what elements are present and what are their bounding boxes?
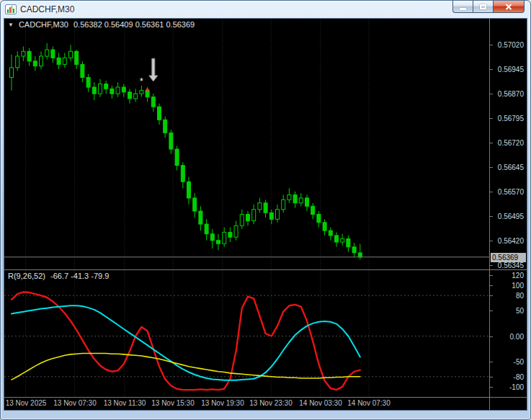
- price-tick-label: 0.56495: [498, 213, 524, 220]
- indicator-tick-label: 80: [516, 292, 524, 300]
- indicator-tickmark: [490, 275, 493, 276]
- axis-corner: [489, 398, 527, 410]
- indicator-name: R(9,26,52): [8, 272, 45, 280]
- maximize-button[interactable]: [473, 1, 493, 13]
- down-arrow-marker: [149, 58, 158, 81]
- current-price-badge: 0.56369: [491, 253, 526, 262]
- price-tick-label: 0.56945: [498, 66, 524, 73]
- indicator-tick-label: 120: [512, 272, 524, 280]
- time-axis-label: 13 Nov 15:30: [151, 399, 195, 407]
- window-controls: [452, 1, 525, 13]
- price-tick-label: 0.56720: [498, 139, 524, 147]
- time-axis-label: 13 Nov 19:30: [201, 399, 244, 407]
- price-chart-pane[interactable]: * ▼ CADCHF,M30 0.56382 0.56409 0.56361 0…: [4, 19, 527, 269]
- price-axis[interactable]: 0.570200.569450.568700.567950.567200.566…: [489, 19, 527, 269]
- chart-app-icon: [5, 4, 17, 14]
- window-title: CADCHF,M30: [20, 4, 74, 14]
- price-tickmark: [490, 45, 493, 45]
- cyan-line: [12, 305, 360, 380]
- indicator-tickmark: [490, 377, 493, 377]
- indicator-tickmark: [490, 310, 493, 311]
- indicator-chart: [4, 270, 489, 397]
- price-tick-label: 0.56645: [498, 164, 524, 171]
- indicator-tick-label: 0.00: [510, 333, 524, 341]
- price-tickmark: [490, 69, 493, 70]
- price-tickmark: [490, 216, 493, 217]
- trade-dot-marker: [146, 89, 149, 91]
- mt4-chart-window: CADCHF,M30 * ▼ CADCHF,M30 0.56382 0.5640…: [0, 0, 531, 420]
- close-button[interactable]: [493, 1, 525, 13]
- price-tick-label: 0.56870: [498, 90, 524, 98]
- indicator-tickmark: [490, 387, 493, 388]
- price-tick-label: 0.56345: [498, 262, 524, 269]
- time-axis-label: 13 Nov 07:30: [53, 399, 97, 407]
- indicator-plot[interactable]: R(9,26,52) -66.7 -41.3 -79.9: [4, 270, 489, 397]
- time-axis-label: 13 Nov 11:30: [104, 399, 146, 407]
- indicator-tick-label: -80: [514, 373, 524, 381]
- indicator-label: R(9,26,52) -66.7 -41.3 -79.9: [8, 272, 109, 280]
- price-tickmark: [490, 265, 493, 266]
- title-bar[interactable]: CADCHF,M30: [4, 1, 527, 18]
- indicator-tick-label: 50: [516, 307, 524, 315]
- time-axis-label: 13 Nov 2025: [6, 399, 47, 407]
- price-tickmark: [490, 241, 493, 241]
- chart-ohlc-label: ▼ CADCHF,M30 0.56382 0.56409 0.56361 0.5…: [8, 20, 195, 29]
- time-axis-label: 14 Nov 07:30: [347, 399, 391, 407]
- time-axis-label: 14 Nov 03:30: [299, 399, 342, 407]
- minimize-icon: [460, 8, 466, 10]
- time-labels: 13 Nov 202513 Nov 07:3013 Nov 11:3013 No…: [4, 398, 489, 410]
- price-tickmark: [490, 118, 493, 119]
- price-plot[interactable]: * ▼ CADCHF,M30 0.56382 0.56409 0.56361 0…: [4, 19, 489, 269]
- star-marker: *: [140, 76, 143, 86]
- indicator-tickmark: [490, 295, 493, 296]
- indicator-tick-label: -50: [514, 358, 524, 366]
- candlestick-chart: *: [4, 19, 489, 269]
- chevron-down-icon[interactable]: ▼: [8, 22, 14, 28]
- indicator-tickmark: [490, 362, 493, 362]
- time-axis[interactable]: 13 Nov 202513 Nov 07:3013 Nov 11:3013 No…: [4, 398, 527, 410]
- symbol-period-label: CADCHF,M30: [19, 20, 68, 29]
- price-tickmark: [490, 192, 493, 192]
- price-tick-label: 0.56420: [498, 237, 524, 245]
- price-tick-label: 0.57020: [498, 41, 524, 49]
- indicator-tick-label: -100: [509, 383, 524, 391]
- yellow-line: [12, 354, 360, 380]
- time-axis-label: 13 Nov 23:30: [249, 399, 293, 407]
- indicator-tick-label: 100: [512, 282, 524, 290]
- close-icon: [505, 4, 512, 10]
- price-tickmark: [490, 143, 493, 143]
- price-tickmark: [490, 94, 493, 94]
- indicator-tickmark: [490, 336, 493, 337]
- indicator-tickmark: [490, 285, 493, 286]
- price-tick-label: 0.56570: [498, 188, 524, 196]
- indicator-axis[interactable]: 12010080500.00-50-80-100: [489, 270, 527, 397]
- price-tickmark: [490, 167, 493, 168]
- price-tick-label: 0.56795: [498, 115, 524, 122]
- maximize-icon: [480, 4, 486, 9]
- indicator-pane[interactable]: R(9,26,52) -66.7 -41.3 -79.9 12010080500…: [4, 270, 527, 397]
- chart-client-area: * ▼ CADCHF,M30 0.56382 0.56409 0.56361 0…: [4, 18, 527, 411]
- indicator-values: -66.7 -41.3 -79.9: [50, 272, 109, 280]
- ohlc-values: 0.56382 0.56409 0.56361 0.56369: [73, 20, 195, 29]
- minimize-button[interactable]: [452, 1, 473, 13]
